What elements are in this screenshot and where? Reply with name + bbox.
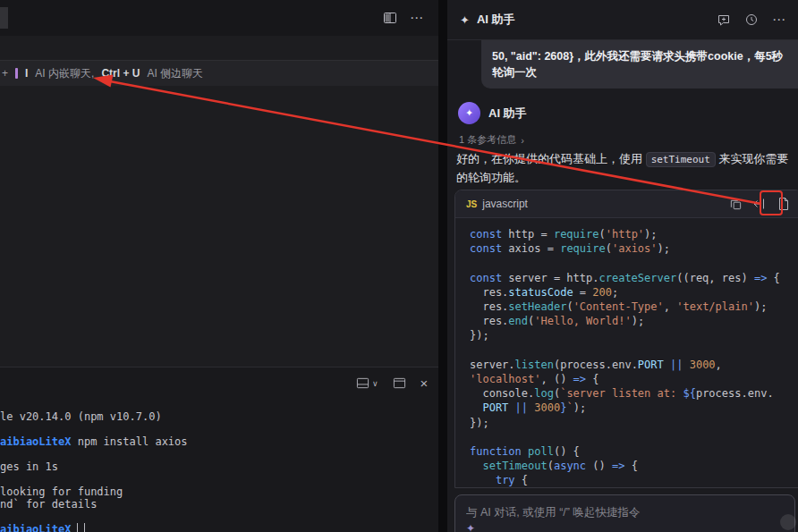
inline-code-chip: setTimeout xyxy=(646,152,716,167)
editor-tab-bar xyxy=(0,0,438,36)
ai-assistant-panel: 50, "aid": 2608}，此外我还需要请求头携带cookie，每5秒轮询… xyxy=(447,0,798,532)
terminal-output[interactable]: le v20.14.0 (npm v10.7.0) aibiaoLiteX np… xyxy=(0,410,438,532)
hint-side-key: Ctrl + U xyxy=(101,67,140,80)
sender-name: AI 助手 xyxy=(488,106,527,122)
terminal-layout-chevron-icon: ∨ xyxy=(372,379,378,388)
user-message-bubble: 50, "aid": 2608}，此外我还需要请求头携带cookie，每5秒轮询… xyxy=(481,40,798,89)
split-editor-icon[interactable] xyxy=(383,11,397,25)
partial-tab[interactable] xyxy=(0,7,8,29)
reference-chevron-icon: › xyxy=(521,135,524,146)
ai-panel-header: ✦ AI 助手 ⋯ xyxy=(447,0,798,40)
history-icon[interactable] xyxy=(744,13,759,27)
code-content[interactable]: const http = require('http');const axios… xyxy=(455,218,798,488)
reply-before: 好的，在你提供的代码基础上，使用 xyxy=(456,152,646,165)
chat-input[interactable] xyxy=(466,506,784,519)
avatar-sparkle-icon: ✦ xyxy=(465,107,473,119)
assistant-reply-text: 好的，在你提供的代码基础上，使用 setTimeout 来实现你需要的轮询功能。 xyxy=(456,150,794,187)
terminal-layout-icon[interactable]: ∨ xyxy=(356,376,378,390)
reference-label: 1 条参考信息 xyxy=(459,133,516,147)
red-highlight-box xyxy=(760,190,783,215)
code-block: JS javascript xyxy=(454,190,798,488)
watermark xyxy=(780,514,796,530)
hint-side-chat-label[interactable]: AI 侧边聊天 xyxy=(147,66,203,81)
terminal-close-icon[interactable]: × xyxy=(420,376,429,391)
new-chat-icon[interactable] xyxy=(717,13,731,27)
app-window: ⋯ + I AI 内嵌聊天, Ctrl + U AI 侧边聊天 ∨ xyxy=(0,0,798,532)
editor-more-icon[interactable]: ⋯ xyxy=(410,10,423,26)
reference-info[interactable]: 1 条参考信息 › xyxy=(459,133,524,147)
hint-inline-key: I xyxy=(25,67,28,80)
chat-input-box[interactable]: ✦ xyxy=(454,494,795,532)
ai-panel-title: AI 助手 xyxy=(477,12,515,28)
code-language-label: javascript xyxy=(482,198,528,210)
ai-avatar: ✦ xyxy=(458,102,480,124)
editor-pane: ⋯ + I AI 内嵌聊天, Ctrl + U AI 侧边聊天 ∨ xyxy=(0,0,438,532)
code-block-header: JS javascript xyxy=(455,190,798,218)
terminal-panel: ∨ × le v20.14.0 (npm v10.7.0) aibiaoLite… xyxy=(0,367,438,532)
ai-hint-bar: + I AI 内嵌聊天, Ctrl + U AI 侧边聊天 xyxy=(0,61,438,86)
copy-code-icon[interactable] xyxy=(729,198,743,211)
hint-inline-chat-label[interactable]: AI 内嵌聊天, xyxy=(35,66,94,81)
terminal-maximize-icon[interactable] xyxy=(393,376,406,390)
panel-more-icon[interactable]: ⋯ xyxy=(772,12,785,28)
ai-sparkle-icon: ✦ xyxy=(460,13,470,27)
hint-plus: + xyxy=(2,67,8,80)
js-badge-icon: JS xyxy=(466,199,477,209)
assistant-message-sender: ✦ AI 助手 xyxy=(458,102,527,124)
text-cursor-icon xyxy=(15,68,18,79)
input-sparkle-icon[interactable]: ✦ xyxy=(466,522,475,532)
